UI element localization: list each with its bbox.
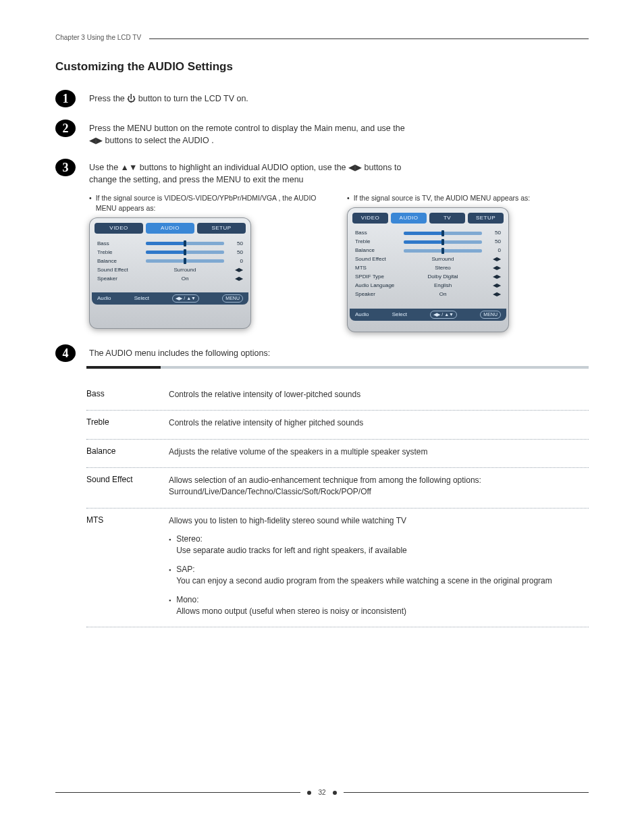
osd-tab: SETUP [197, 223, 246, 234]
osd-row-value: Surround [404, 255, 482, 263]
s3c: buttons to [365, 163, 402, 172]
osdr-cat: Audio [355, 311, 369, 319]
opt-intro-text: The AUDIO menu includes the following op… [89, 347, 589, 359]
mts-subitem: Mono:Allows mono output (useful when ste… [169, 594, 589, 618]
osdr-sel: Select [392, 311, 407, 319]
option-desc: Controls the relative intensity of highe… [169, 417, 589, 429]
osd-row: Sound EffectSurround◀▶ [355, 255, 501, 264]
option-name: Bass [86, 389, 151, 400]
osdr-nav: ◀▶ / ▲▼ [430, 311, 457, 319]
osd-row-label: Balance [97, 257, 142, 265]
page-number: 32 [318, 789, 325, 796]
osd-row-label: Speaker [355, 290, 400, 298]
osdl-sel: Select [134, 294, 149, 303]
lr-arrow-icon: ◀▶ [486, 273, 501, 281]
s3b: buttons to highlight an individual AUDIO… [140, 163, 348, 172]
osd-row-label: SPDIF Type [355, 273, 400, 281]
osd-row: Treble50 [97, 248, 243, 257]
osd-row-value [146, 251, 224, 254]
lr-arrow-icon: ◀▶ [486, 290, 501, 298]
osd-row: SpeakerOn◀▶ [97, 274, 243, 283]
osd-row-label: Sound Effect [97, 266, 142, 274]
osd-row-value [146, 242, 224, 245]
s2audio: AUDIO [182, 136, 209, 145]
osd-row: Sound EffectSurround◀▶ [97, 265, 243, 274]
s2e: . [211, 136, 213, 145]
step-badge-3: 3 [55, 159, 76, 176]
header-rule [149, 38, 589, 39]
osd-tab: VIDEO [95, 223, 143, 234]
osd-tab: AUDIO [391, 213, 427, 224]
osd-tab: SETUP [468, 213, 504, 224]
option-name: Balance [86, 446, 151, 458]
nr-a: If the signal source is TV, the AUDIO ME… [354, 193, 530, 203]
lr-arrow-icon: ◀▶ [228, 266, 243, 274]
nl-a: If the signal source is [96, 194, 165, 202]
mts-subitem-body: You can enjoy a second audio program fro… [176, 576, 552, 585]
osd-row: Treble50 [355, 238, 501, 246]
osd-row-value: Dolby Digital [404, 273, 482, 281]
osd-panel-left: VIDEOAUDIOSETUP Bass50Treble50Balance0So… [89, 217, 251, 329]
mts-subitem: Stereo:Use separate audio tracks for lef… [169, 533, 589, 557]
s2menu: MENU [127, 124, 152, 133]
mts-subitem-head: Mono: [176, 594, 589, 606]
osd-row: SPDIF TypeDolby Digital◀▶ [355, 273, 501, 282]
page-title: Customizing the AUDIO Settings [55, 60, 589, 74]
step-badge-4: 4 [55, 344, 76, 362]
osd-tab: VIDEO [352, 213, 388, 224]
option-name: Sound Effect [86, 475, 151, 498]
osd-row: SpeakerOn◀▶ [355, 290, 501, 299]
mts-subitem-body: Allows mono output (useful when stereo i… [176, 606, 406, 616]
option-row-mts: MTS Allows you to listen to high-fidelit… [86, 509, 589, 628]
options-rule [86, 366, 589, 369]
lr-arrow-icon: ◀▶ [486, 282, 501, 290]
osd-row: Bass50 [97, 239, 243, 248]
power-icon: ⏻ [127, 94, 136, 103]
step1-post: button to turn the LCD TV on. [138, 94, 248, 103]
osd-row-label: Treble [97, 249, 142, 257]
step-2: 2 Press the MENU button on the remote co… [55, 120, 589, 147]
step1-pre: Press the [89, 94, 127, 103]
osd-tab: AUDIO [146, 223, 194, 234]
osd-row-value: On [404, 290, 482, 298]
ud-icon: ▲▼ [121, 163, 138, 172]
osd-row: MTSStereo◀▶ [355, 264, 501, 273]
opt-name-mts: MTS [86, 515, 151, 618]
osd-tab: TV [429, 213, 465, 224]
osd-row-label: Audio Language [355, 282, 400, 290]
osd-row-label: Balance [355, 246, 400, 255]
lr-arrow-icon: ◀▶ [228, 275, 243, 283]
chapter-text: Chapter 3 Using the LCD TV [55, 34, 141, 41]
osd-row-value: Surround [146, 266, 224, 274]
osd-row-label: Treble [355, 238, 400, 246]
s3a: Use the [89, 163, 121, 172]
option-desc: Controls the relative intensity of lower… [169, 389, 589, 400]
s2d: buttons to select the [105, 136, 182, 145]
osd-row-value: Stereo [404, 264, 482, 272]
option-row: Sound EffectAllows selection of an audio… [86, 468, 589, 509]
option-name: Treble [86, 417, 151, 429]
osd-row-label: Speaker [97, 275, 142, 283]
s3menu: MENU [216, 175, 241, 184]
osd-row-label: Bass [97, 240, 142, 248]
osd-row-number: 0 [228, 257, 243, 265]
lr-icon-2: ◀▶ [348, 163, 362, 172]
step-badge-2: 2 [55, 120, 76, 137]
page-footer: 32 [55, 789, 589, 796]
osd-row-value: On [146, 275, 224, 283]
s2b: button on the remote control to display … [155, 124, 405, 133]
s3e: to exit the menu [244, 175, 304, 184]
mts-subitem: SAP:You can enjoy a second audio program… [169, 564, 589, 588]
osdr-menu: MENU [480, 311, 501, 319]
osd-row-value [404, 249, 482, 253]
osd-row-label: MTS [355, 264, 400, 272]
mts-subitem-head: SAP: [176, 564, 589, 575]
osd-row-value [404, 240, 482, 244]
lr-icon: ◀▶ [89, 136, 103, 145]
lr-arrow-icon: ◀▶ [486, 264, 501, 272]
s2a: Press the [89, 124, 127, 133]
step-1: 1 Press the ⏻ button to turn the LCD TV … [55, 90, 589, 107]
step-badge-1: 1 [55, 90, 76, 107]
mts-subitem-body: Use separate audio tracks for left and r… [176, 546, 407, 555]
osdl-nav: ◀▶ / ▲▼ [172, 294, 199, 303]
